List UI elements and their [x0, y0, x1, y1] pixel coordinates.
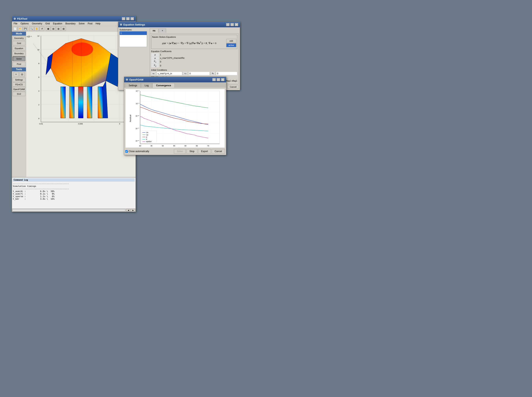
- toolbar-new[interactable]: 📄: [13, 26, 18, 31]
- featool-icon: ⚙: [13, 17, 16, 20]
- sidebar-btn-solve[interactable]: Solve: [13, 56, 25, 61]
- close-button[interactable]: ✕: [130, 17, 134, 20]
- sidebar-btn-openfoam[interactable]: OpenFOAM: [13, 87, 25, 91]
- toolbar-chart1[interactable]: ▦: [46, 26, 51, 31]
- tools-section: Tools = ◎ Settings FEniCS OpenFOAM SU2: [12, 68, 26, 97]
- eq-minimize-button[interactable]: —: [226, 23, 230, 26]
- subdomains-label: Subdomains:: [120, 29, 149, 31]
- of-maximize-button[interactable]: □: [217, 78, 220, 81]
- of-cancel-button[interactable]: Cancel: [212, 149, 225, 154]
- command-log-title: Command Log: [13, 178, 135, 182]
- svg-marker-18: [87, 87, 92, 118]
- eq-close-button[interactable]: ✕: [235, 23, 238, 26]
- menu-grid[interactable]: Grid: [44, 22, 51, 25]
- coeff-value-fx: 0: [159, 60, 237, 64]
- of-buttons-row: Close automatically Solve Stop Export Ca…: [125, 149, 225, 154]
- tool-equals-btn[interactable]: =: [13, 72, 19, 77]
- sidebar-btn-fenics[interactable]: FEniCS: [13, 82, 25, 87]
- stop-button[interactable]: Stop: [187, 149, 197, 154]
- menu-options[interactable]: Options: [20, 22, 29, 25]
- of-tab-convergence[interactable]: Convergence: [152, 83, 175, 88]
- eq-window-controls[interactable]: — □ ✕: [226, 23, 238, 26]
- ic-input-u0[interactable]: [157, 72, 182, 75]
- of-tab-settings[interactable]: Settings: [125, 83, 141, 88]
- log-line-2: Simulation timings: [13, 185, 135, 187]
- ic-input-v0[interactable]: [189, 72, 210, 75]
- toolbar-pan[interactable]: ✋: [34, 26, 39, 31]
- maximize-button[interactable]: □: [126, 17, 130, 20]
- sidebar-btn-grid[interactable]: Grid: [13, 41, 25, 45]
- svg-text:0: 0: [119, 123, 120, 125]
- tab-ns[interactable]: ns: [150, 29, 158, 33]
- toolbar-chart2[interactable]: ▤: [51, 26, 56, 31]
- menu-geometry[interactable]: Geometry: [31, 22, 43, 25]
- sidebar-btn-su2[interactable]: SU2: [13, 92, 25, 96]
- mode-label: Mode: [12, 32, 26, 36]
- svg-text:45: 45: [151, 145, 152, 147]
- close-auto-checkbox[interactable]: [125, 150, 128, 153]
- active-button[interactable]: active: [226, 43, 236, 47]
- featool-title: ⚙ FEATool: [13, 17, 27, 20]
- menu-equation[interactable]: Equation: [52, 22, 63, 25]
- ic-label-u0: u₀: [151, 72, 156, 75]
- log-line-6: t_sparse : 1.1s \ 6%: [13, 195, 135, 198]
- coeff-value-rho: 1: [159, 53, 237, 56]
- of-title: ⚙ OpenFOAM: [126, 78, 143, 81]
- convergence-svg: 10⁻² 10⁻³ 10⁻⁴ 10⁻⁵ 10⁻⁶ 40 45 50 55 60 …: [126, 89, 225, 148]
- of-tab-bar: Settings Log Convergence: [124, 82, 226, 88]
- solve-button[interactable]: Solve: [174, 149, 186, 154]
- sidebar-btn-post[interactable]: Post: [13, 62, 25, 66]
- svg-text:epsilon: epsilon: [146, 141, 152, 143]
- eq-cancel-button[interactable]: Cancel: [228, 85, 239, 89]
- toolbar: 📄 📂 💾 🔍 ✋ ↺ ▦ ▤ ▥ ▧: [12, 26, 136, 32]
- tool-circle-btn[interactable]: ◎: [19, 72, 25, 77]
- svg-text:Residual: Residual: [129, 115, 131, 122]
- toolbar-undo[interactable]: ↺: [39, 26, 44, 31]
- svg-text:10⁻²: 10⁻²: [136, 90, 139, 92]
- export-button[interactable]: Export: [198, 149, 211, 154]
- of-tab-log[interactable]: Log: [141, 83, 152, 88]
- featool-window-controls[interactable]: — □ ✕: [122, 17, 134, 20]
- svg-text:55: 55: [173, 145, 175, 147]
- tab-plus[interactable]: +: [159, 29, 166, 33]
- toolbar-save[interactable]: 💾: [23, 26, 28, 31]
- of-window-controls[interactable]: — □ ✕: [212, 78, 224, 81]
- edit-button[interactable]: edit: [226, 39, 236, 43]
- sidebar-btn-settings[interactable]: Settings: [13, 78, 25, 82]
- svg-text:10⁻⁶: 10⁻⁶: [136, 140, 139, 142]
- svg-text:Uy: Uy: [146, 134, 148, 136]
- of-close-button[interactable]: ✕: [221, 78, 224, 81]
- menu-post[interactable]: Post: [87, 22, 93, 25]
- toolbar-open[interactable]: 📂: [18, 26, 23, 31]
- toolbar-zoom[interactable]: 🔍: [29, 26, 34, 31]
- main-content: Mode Geometry Grid Equation Boundary Sol…: [12, 32, 136, 177]
- ic-input-p0[interactable]: [216, 72, 237, 75]
- svg-marker-16: [70, 87, 74, 118]
- sidebar-btn-equation[interactable]: Equation: [13, 46, 25, 50]
- menu-solve[interactable]: Solve: [78, 22, 85, 25]
- toolbar-chart4[interactable]: ▧: [61, 26, 66, 31]
- eq-maximize-button[interactable]: □: [230, 23, 234, 26]
- sidebar-btn-boundary[interactable]: Boundary: [13, 51, 25, 56]
- mesh-3d-plot: 12 10 8 6 4 2 0 -0.01 -0.005 0: [33, 34, 129, 128]
- log-line-1: ----------------------------------------…: [13, 182, 135, 185]
- svg-text:-0.01: -0.01: [39, 123, 43, 125]
- horizontal-scrollbar[interactable]: [13, 209, 125, 211]
- coeff-row-fx: Fx 0: [151, 60, 237, 64]
- close-auto-label[interactable]: Close automatically: [125, 150, 173, 153]
- coeff-table: ρ 1 μ u_max*2/3*h_channel/Re Fx 0 Fy: [151, 53, 237, 68]
- subdomains-list[interactable]: 1: [120, 31, 147, 47]
- of-minimize-button[interactable]: —: [212, 78, 216, 81]
- menu-file[interactable]: File: [13, 22, 18, 25]
- sidebar-btn-geometry[interactable]: Geometry: [13, 36, 25, 40]
- minimize-button[interactable]: —: [122, 17, 125, 20]
- nav-left[interactable]: ◀: [126, 209, 130, 212]
- coeff-label-rho: ρ: [151, 53, 159, 56]
- subdomain-item-1[interactable]: 1: [120, 31, 147, 35]
- menu-boundary[interactable]: Boundary: [64, 22, 76, 25]
- nav-right[interactable]: ▶: [131, 209, 135, 212]
- toolbar-chart3[interactable]: ▥: [56, 26, 61, 31]
- menu-help[interactable]: Help: [95, 22, 101, 25]
- coeff-label-mu: μ: [151, 56, 159, 60]
- ns-group-title: Navier-Stokes Equations: [152, 36, 236, 38]
